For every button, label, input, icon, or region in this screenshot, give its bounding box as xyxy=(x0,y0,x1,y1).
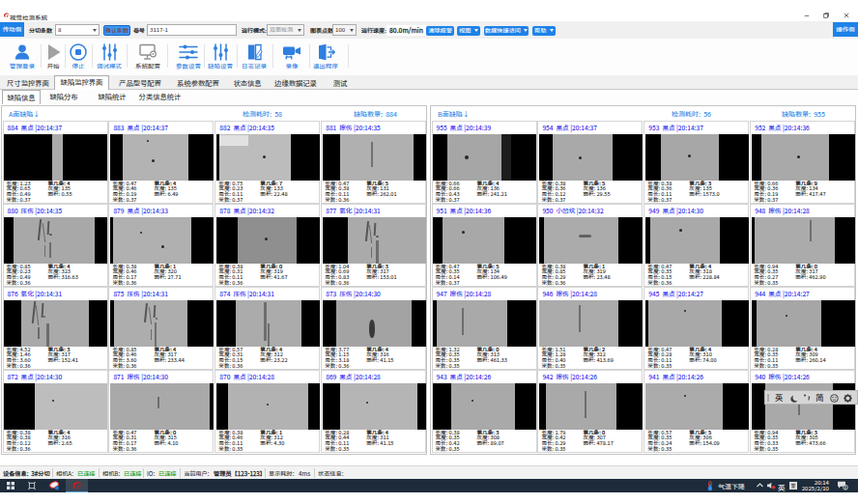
svg-text:6: 6 xyxy=(844,485,847,490)
